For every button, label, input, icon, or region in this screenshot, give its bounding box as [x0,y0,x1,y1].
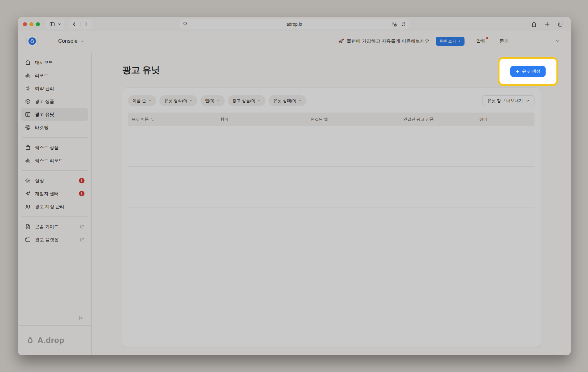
create-unit-button[interactable]: 유닛 생성 [510,66,546,77]
plus-icon [516,70,520,74]
highlight-annotation: 유닛 생성 [498,57,558,86]
dim-overlay [0,0,588,372]
create-unit-label: 유닛 생성 [522,69,541,74]
